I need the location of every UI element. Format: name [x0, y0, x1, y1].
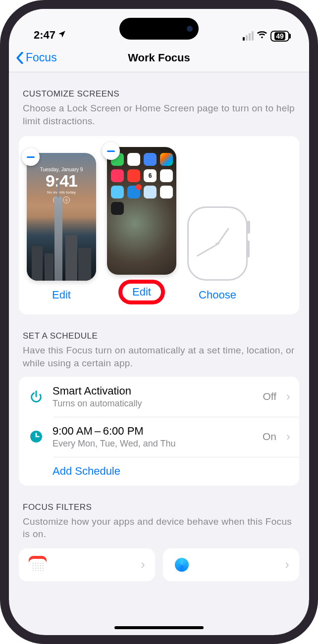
battery-indicator: 49 — [270, 31, 289, 42]
cell-signal-icon — [243, 31, 254, 41]
iphone-frame: 2:47 49 — [0, 0, 318, 644]
nav-bar: Focus Work Focus — [9, 44, 309, 72]
home-screen-item[interactable]: Edit — [107, 147, 176, 304]
smart-sub: Turns on automatically — [53, 398, 255, 409]
watch-choose-button[interactable]: Choose — [188, 286, 247, 304]
home-indicator[interactable] — [114, 626, 204, 629]
time-sub: Every Mon, Tue, Wed, and Thu — [53, 439, 255, 449]
add-schedule-label: Add Schedule — [53, 465, 290, 478]
screens-card: Tuesday, January 9 9:41 No events today … — [19, 136, 299, 314]
customize-title: CUSTOMIZE SCREENS — [23, 89, 295, 99]
power-icon — [28, 390, 45, 403]
customize-header: CUSTOMIZE SCREENS Choose a Lock Screen o… — [9, 72, 309, 127]
status-time: 2:47 — [34, 29, 55, 42]
clock-icon — [28, 430, 45, 443]
filter-safari[interactable]: › — [163, 548, 299, 581]
schedule-desc: Have this Focus turn on automatically at… — [23, 344, 295, 369]
chevron-right-icon: › — [285, 557, 289, 572]
home-edit-button[interactable]: Edit — [118, 280, 165, 304]
wifi-icon — [257, 30, 267, 42]
schedule-list: Smart Activation Turns on automatically … — [19, 377, 299, 486]
dynamic-island — [119, 18, 199, 40]
filters-title: FOCUS FILTERS — [23, 502, 295, 512]
chevron-left-icon — [16, 52, 24, 64]
watch-preview[interactable] — [187, 206, 248, 281]
filters-header: FOCUS FILTERS Customize how your apps an… — [9, 486, 309, 541]
chevron-right-icon: › — [286, 390, 290, 403]
lock-screen-preview[interactable]: Tuesday, January 9 9:41 No events today … — [27, 153, 96, 281]
calendar-icon — [29, 556, 47, 574]
home-screen-preview[interactable] — [107, 147, 176, 275]
filters-desc: Customize how your apps and device behav… — [23, 515, 295, 541]
smart-title: Smart Activation — [53, 385, 255, 397]
back-button[interactable]: Focus — [9, 51, 57, 64]
location-icon — [57, 30, 66, 41]
lock-time: 9:41 — [27, 172, 96, 189]
smart-activation-row[interactable]: Smart Activation Turns on automatically … — [19, 377, 299, 417]
filters-row: › › — [19, 548, 299, 581]
lock-sub: No events today — [27, 190, 96, 195]
time-schedule-row[interactable]: 9:00 AM – 6:00 PM Every Mon, Tue, Wed, a… — [19, 417, 299, 457]
back-label: Focus — [26, 51, 57, 64]
chevron-right-icon: › — [141, 557, 145, 572]
time-title: 9:00 AM – 6:00 PM — [53, 425, 255, 438]
filter-calendar[interactable]: › — [19, 548, 155, 581]
safari-icon — [173, 556, 191, 574]
smart-value: Off — [263, 391, 276, 402]
add-schedule-row[interactable]: Add Schedule — [19, 457, 299, 486]
chevron-right-icon: › — [286, 430, 290, 444]
schedule-title: SET A SCHEDULE — [23, 331, 295, 341]
lock-edit-button[interactable]: Edit — [41, 286, 82, 304]
customize-desc: Choose a Lock Screen or Home Screen page… — [23, 102, 295, 127]
schedule-header: SET A SCHEDULE Have this Focus turn on a… — [9, 314, 309, 369]
minus-icon — [107, 150, 115, 152]
minus-icon — [27, 156, 35, 158]
lock-date: Tuesday, January 9 — [27, 167, 96, 172]
time-value: On — [263, 431, 276, 443]
watch-face-item[interactable]: Choose — [187, 172, 248, 304]
lock-screen-item[interactable]: Tuesday, January 9 9:41 No events today … — [27, 153, 96, 304]
